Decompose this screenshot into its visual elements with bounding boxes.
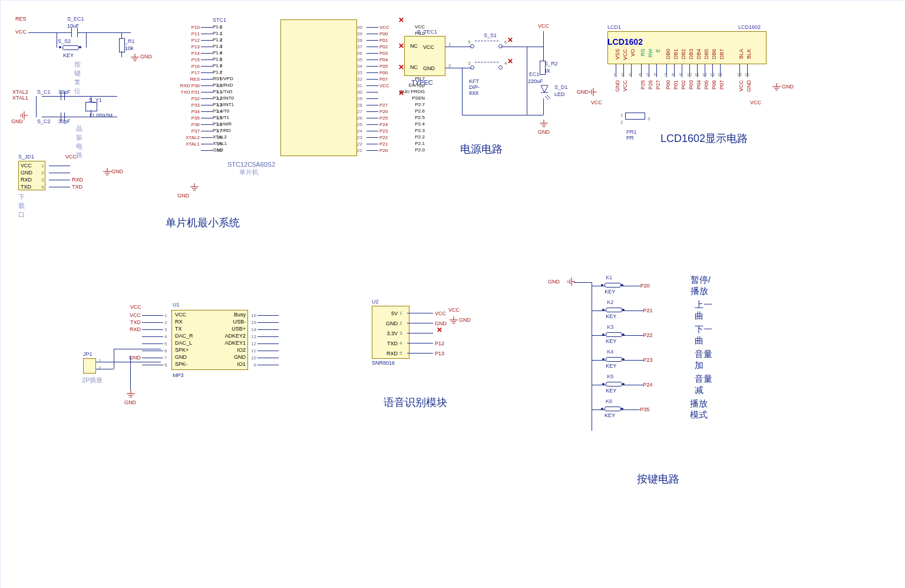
jp-note: 2P插座 xyxy=(82,376,103,385)
lcd-vcc2: VCC xyxy=(750,100,761,105)
xtal-note: 晶振电路 xyxy=(76,124,82,160)
reset-circuit: VCC S_EC1 10uF RES S_S2 KEY S_R1 10k GND… xyxy=(15,16,27,22)
gnd-icon xyxy=(448,316,459,325)
pot-val: PR xyxy=(626,135,634,141)
tec-nc2: NC xyxy=(410,64,418,70)
xtal-circuit: S_C1 30pF S_C2 30pF S_Y1 11.0592M XTAL2 … xyxy=(12,89,28,101)
stc-sub: 单片机 xyxy=(239,168,259,177)
title-power: 电源电路 xyxy=(460,142,503,156)
sw-ref: S_S1 xyxy=(484,32,497,38)
stc-model: STC12C5A60S2 xyxy=(227,161,275,168)
title-voice: 语音识别模块 xyxy=(384,395,447,409)
xtal-c1-ref: S_C1 xyxy=(37,89,51,95)
snr-ref: U2 xyxy=(372,299,379,305)
gnd-label: GND xyxy=(177,193,189,199)
schematic-canvas: STC1 P101P112P123P134P145P156P167P178RES… xyxy=(0,0,905,588)
xtal-y-val: 11.0592M xyxy=(89,113,113,118)
svg-line-19 xyxy=(545,96,549,100)
xtal-x1: XTAL1 xyxy=(12,95,28,101)
snr-type: SNR8016 xyxy=(372,360,395,366)
mp3-type: MP3 xyxy=(173,372,184,378)
gnd-icon xyxy=(771,83,782,91)
pwr-gnd: GND xyxy=(538,129,550,135)
reset-vcc: VCC xyxy=(15,29,27,35)
xtal-c2-ref: S_C2 xyxy=(37,118,51,124)
mp3-vcc: VCC xyxy=(130,304,141,310)
mp3-ref: U1 xyxy=(173,302,180,308)
title-lcd: LCD1602显示电路 xyxy=(660,131,748,146)
jd-ref: S_JD1 xyxy=(18,154,34,160)
snr-vcc: VCC xyxy=(448,307,460,313)
tec-ref: S_TEC1 xyxy=(417,29,437,35)
lcd-gnd: GND xyxy=(577,89,589,95)
tec-type: TYPEC xyxy=(411,79,433,86)
xtal-gnd: GND xyxy=(11,118,23,124)
reset-gnd: GND xyxy=(140,54,152,60)
xtal-x2: XTAL2 xyxy=(12,89,28,95)
reset-sw-ref: S_S2 xyxy=(58,38,71,44)
gnd-icon xyxy=(130,54,140,62)
gnd-icon xyxy=(567,276,575,287)
pwr-vcc: VCC xyxy=(538,23,549,29)
tec-vcc: VCC xyxy=(423,44,434,50)
jp-p2: 2 xyxy=(98,365,101,371)
gnd-icon xyxy=(589,87,597,97)
jp-ref: JP1 xyxy=(83,351,93,357)
svg-line-18 xyxy=(547,95,550,98)
snr-gnd: GND xyxy=(459,317,471,323)
r2-ref: S_R2 xyxy=(544,61,558,67)
d1-ref: S_D1 xyxy=(554,84,568,90)
reset-key xyxy=(62,45,79,50)
lcd-ref: LCD1 xyxy=(607,24,621,30)
jd-gnd: GND xyxy=(111,169,123,174)
mp3-gnd: GND xyxy=(124,399,136,405)
lcd-vcc: VCC xyxy=(591,100,602,105)
pot-ref: PR1 xyxy=(626,129,637,135)
title-keys: 按键电路 xyxy=(637,472,679,486)
gnd-icon xyxy=(539,120,549,128)
key-gnd: GND xyxy=(548,279,560,285)
gnd-icon xyxy=(189,183,200,191)
tec-nc: NC xyxy=(410,43,418,49)
jd-note: 下载口 xyxy=(18,193,25,219)
sw-val: KFT DIP-8X8 xyxy=(469,78,480,96)
lcd-gnd2: GND xyxy=(782,84,794,90)
reset-sw-val: KEY xyxy=(63,52,74,58)
svg-marker-16 xyxy=(541,85,548,93)
reset-res: RES xyxy=(15,16,27,22)
reset-c-ref: S_EC1 xyxy=(67,16,84,22)
reset-note: 按键复位 xyxy=(74,60,81,95)
lcd-type: LCD1602 xyxy=(738,24,761,30)
title-mcu: 单片机最小系统 xyxy=(166,216,240,230)
tec-gnd: GND xyxy=(423,65,435,71)
jp-p1: 1 xyxy=(98,358,101,364)
led-icon xyxy=(539,83,550,100)
ec-ref: EC1 xyxy=(529,71,540,77)
gnd-icon xyxy=(125,390,136,398)
d1-val: LED xyxy=(554,91,565,97)
reset-r-val: 10k xyxy=(125,45,134,51)
jd-vcc: VCC xyxy=(65,154,77,160)
